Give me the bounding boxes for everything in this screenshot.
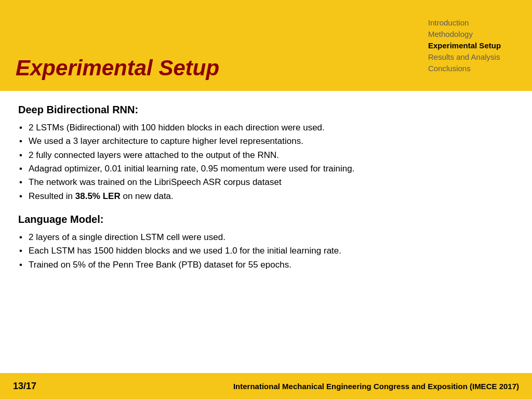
footer: 13/17 International Mechanical Engineeri…	[0, 373, 532, 399]
content-area: Deep Bidirectional RNN: 2 LSTMs (Bidirec…	[0, 91, 532, 373]
list-item: The network was trained on the LibriSpee…	[18, 176, 514, 189]
list-item-ler: Resulted in 38.5% LER on new data.	[18, 190, 514, 203]
nav-introduction[interactable]: Introduction	[428, 18, 522, 27]
top-banner: Experimental Setup Introduction Methodol…	[0, 0, 532, 91]
page-number: 13/17	[13, 381, 36, 392]
section2-heading: Language Model:	[18, 214, 514, 225]
bullet6-prefix: Resulted in	[29, 191, 75, 201]
nav-conclusions[interactable]: Conclusions	[428, 64, 522, 73]
nav-methodology[interactable]: Methodology	[428, 30, 522, 38]
section1-bullets: 2 LSTMs (Bidirectional) with 100 hidden …	[18, 121, 514, 203]
bullet6-suffix: on new data.	[121, 191, 174, 201]
nav-experimental-setup[interactable]: Experimental Setup	[428, 41, 522, 50]
nav-area: Introduction Methodology Experimental Se…	[418, 0, 532, 91]
list-item: 2 LSTMs (Bidirectional) with 100 hidden …	[18, 121, 514, 135]
list-item: Trained on 5% of the Penn Tree Bank (PTB…	[18, 258, 514, 272]
section1-heading: Deep Bidirectional RNN:	[18, 104, 514, 116]
list-item: Adagrad optimizer, 0.01 initial learning…	[18, 162, 514, 176]
conference-name: International Mechanical Engineering Con…	[233, 382, 519, 391]
nav-results[interactable]: Results and Analysis	[428, 52, 522, 61]
slide-title: Experimental Setup	[16, 56, 219, 81]
bullet6-bold: 38.5% LER	[75, 191, 121, 201]
list-item: 2 layers of a single direction LSTM cell…	[18, 231, 514, 244]
list-item: We used a 3 layer architecture to captur…	[18, 135, 514, 148]
title-area: Experimental Setup	[0, 0, 418, 91]
section2-bullets: 2 layers of a single direction LSTM cell…	[18, 231, 514, 272]
list-item: Each LSTM has 1500 hidden blocks and we …	[18, 244, 514, 258]
list-item: 2 fully connected layers were attached t…	[18, 149, 514, 162]
